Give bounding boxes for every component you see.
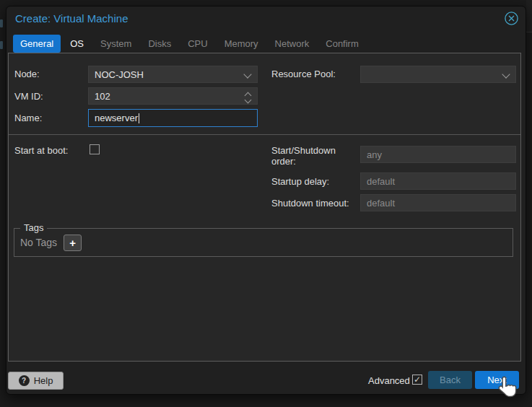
close-button[interactable] xyxy=(504,11,519,26)
advanced-label: Advanced xyxy=(368,375,410,386)
chevron-down-icon[interactable] xyxy=(245,97,252,104)
help-button[interactable]: ? Help xyxy=(8,372,64,390)
shutdown-timeout-input[interactable]: default xyxy=(360,194,516,211)
close-icon xyxy=(504,11,519,26)
background-artifact xyxy=(526,0,532,32)
wizard-tab-bar: General OS System Disks CPU Memory Netwo… xyxy=(13,34,368,53)
advanced-checkbox[interactable]: ✓ xyxy=(412,375,422,385)
start-at-boot-checkbox[interactable] xyxy=(90,144,100,154)
tab-general[interactable]: General xyxy=(13,35,61,53)
no-tags-label: No Tags xyxy=(20,237,57,248)
tab-confirm: Confirm xyxy=(318,35,366,53)
chevron-down-icon xyxy=(502,70,510,78)
tab-os[interactable]: OS xyxy=(63,35,91,53)
startup-order-label: Start/Shutdown order: xyxy=(271,145,352,167)
form-panel: Node: NOC-JOSH Resource Pool: VM ID: 102… xyxy=(8,53,521,362)
help-button-label: Help xyxy=(34,375,53,386)
background-artifact xyxy=(0,19,3,27)
dialog-title: Create: Virtual Machine xyxy=(15,12,128,25)
help-icon: ? xyxy=(19,375,30,386)
tags-fieldset: Tags No Tags + xyxy=(14,228,513,257)
resource-pool-select[interactable] xyxy=(360,66,516,83)
startup-order-input[interactable]: any xyxy=(360,146,516,163)
shutdown-timeout-placeholder: default xyxy=(367,198,395,209)
startup-delay-label: Startup delay: xyxy=(271,176,329,187)
node-label: Node: xyxy=(14,69,40,79)
shutdown-timeout-label: Shutdown timeout: xyxy=(271,198,349,209)
tab-cpu: CPU xyxy=(180,35,214,53)
name-label: Name: xyxy=(14,113,42,123)
text-caret xyxy=(139,113,139,123)
check-icon: ✓ xyxy=(414,375,421,385)
startup-order-placeholder: any xyxy=(367,149,382,160)
start-at-boot-label: Start at boot: xyxy=(14,145,68,156)
create-vm-dialog: Create: Virtual Machine General OS Syste… xyxy=(6,6,526,395)
screen: Create: Virtual Machine General OS Syste… xyxy=(0,0,532,407)
chevron-down-icon xyxy=(243,70,251,78)
name-value: newserver xyxy=(95,113,138,123)
vm-id-stepper[interactable]: 102 xyxy=(88,87,258,105)
node-select[interactable]: NOC-JOSH xyxy=(88,66,258,83)
tab-system: System xyxy=(93,35,139,53)
plus-icon: + xyxy=(69,237,76,248)
startup-delay-input[interactable]: default xyxy=(360,172,516,190)
section-divider xyxy=(9,134,520,135)
name-input[interactable]: newserver xyxy=(88,109,258,127)
background-artifact xyxy=(0,41,3,49)
tags-legend: Tags xyxy=(20,222,47,233)
node-value: NOC-JOSH xyxy=(95,69,144,80)
next-button[interactable]: Next xyxy=(475,371,519,389)
vm-id-value: 102 xyxy=(95,91,110,102)
back-button: Back xyxy=(428,371,472,389)
startup-delay-placeholder: default xyxy=(367,176,395,187)
vm-id-label: VM ID: xyxy=(14,91,43,102)
tab-memory: Memory xyxy=(217,35,266,53)
resource-pool-label: Resource Pool: xyxy=(271,69,336,79)
add-tag-button[interactable]: + xyxy=(64,235,82,251)
tab-network: Network xyxy=(268,35,317,53)
tab-disks: Disks xyxy=(141,35,178,53)
